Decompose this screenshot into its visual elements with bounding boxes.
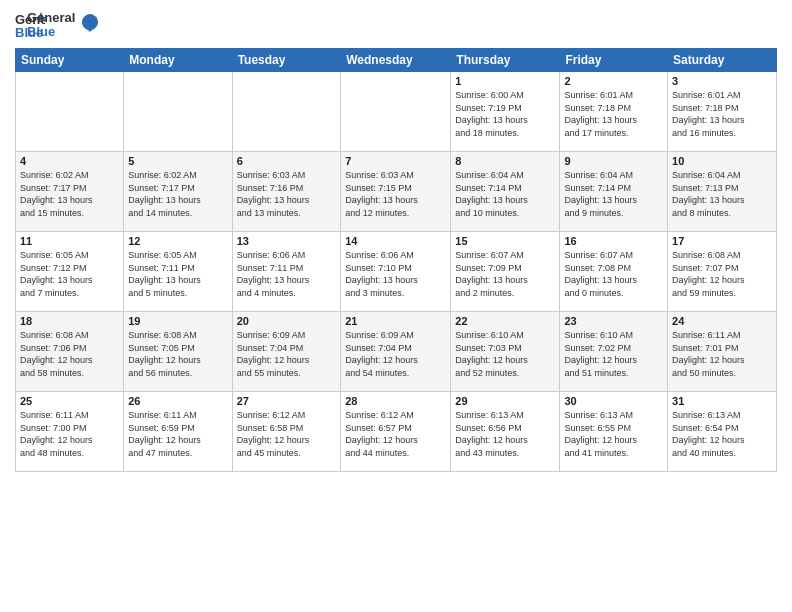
day-info: Sunrise: 6:10 AM Sunset: 7:03 PM Dayligh…: [455, 329, 555, 379]
day-info: Sunrise: 6:09 AM Sunset: 7:04 PM Dayligh…: [345, 329, 446, 379]
calendar-cell: 24Sunrise: 6:11 AM Sunset: 7:01 PM Dayli…: [668, 312, 777, 392]
calendar-cell: 11Sunrise: 6:05 AM Sunset: 7:12 PM Dayli…: [16, 232, 124, 312]
day-number: 11: [20, 235, 119, 247]
day-info: Sunrise: 6:12 AM Sunset: 6:58 PM Dayligh…: [237, 409, 337, 459]
calendar-cell: 3Sunrise: 6:01 AM Sunset: 7:18 PM Daylig…: [668, 72, 777, 152]
day-info: Sunrise: 6:11 AM Sunset: 7:01 PM Dayligh…: [672, 329, 772, 379]
day-number: 8: [455, 155, 555, 167]
day-number: 16: [564, 235, 663, 247]
calendar-cell: 26Sunrise: 6:11 AM Sunset: 6:59 PM Dayli…: [124, 392, 232, 472]
day-number: 27: [237, 395, 337, 407]
calendar-cell: 1Sunrise: 6:00 AM Sunset: 7:19 PM Daylig…: [451, 72, 560, 152]
calendar-cell: 12Sunrise: 6:05 AM Sunset: 7:11 PM Dayli…: [124, 232, 232, 312]
calendar-week-3: 11Sunrise: 6:05 AM Sunset: 7:12 PM Dayli…: [16, 232, 777, 312]
calendar-cell: 4Sunrise: 6:02 AM Sunset: 7:17 PM Daylig…: [16, 152, 124, 232]
day-number: 26: [128, 395, 227, 407]
day-info: Sunrise: 6:08 AM Sunset: 7:06 PM Dayligh…: [20, 329, 119, 379]
day-number: 4: [20, 155, 119, 167]
calendar-cell: 30Sunrise: 6:13 AM Sunset: 6:55 PM Dayli…: [560, 392, 668, 472]
weekday-header-tuesday: Tuesday: [232, 49, 341, 72]
logo: General Blue General Blue: [15, 10, 99, 40]
day-number: 20: [237, 315, 337, 327]
day-info: Sunrise: 6:08 AM Sunset: 7:05 PM Dayligh…: [128, 329, 227, 379]
calendar-cell: 19Sunrise: 6:08 AM Sunset: 7:05 PM Dayli…: [124, 312, 232, 392]
calendar-cell: 21Sunrise: 6:09 AM Sunset: 7:04 PM Dayli…: [341, 312, 451, 392]
day-info: Sunrise: 6:04 AM Sunset: 7:14 PM Dayligh…: [455, 169, 555, 219]
day-number: 23: [564, 315, 663, 327]
logo-general-text: General: [27, 11, 75, 25]
calendar-cell: 17Sunrise: 6:08 AM Sunset: 7:07 PM Dayli…: [668, 232, 777, 312]
calendar-cell: 25Sunrise: 6:11 AM Sunset: 7:00 PM Dayli…: [16, 392, 124, 472]
day-info: Sunrise: 6:02 AM Sunset: 7:17 PM Dayligh…: [20, 169, 119, 219]
day-info: Sunrise: 6:01 AM Sunset: 7:18 PM Dayligh…: [564, 89, 663, 139]
calendar-table: SundayMondayTuesdayWednesdayThursdayFrid…: [15, 48, 777, 472]
calendar-cell: [124, 72, 232, 152]
day-number: 18: [20, 315, 119, 327]
day-info: Sunrise: 6:05 AM Sunset: 7:11 PM Dayligh…: [128, 249, 227, 299]
calendar-week-4: 18Sunrise: 6:08 AM Sunset: 7:06 PM Dayli…: [16, 312, 777, 392]
day-number: 14: [345, 235, 446, 247]
day-info: Sunrise: 6:13 AM Sunset: 6:56 PM Dayligh…: [455, 409, 555, 459]
calendar-cell: 23Sunrise: 6:10 AM Sunset: 7:02 PM Dayli…: [560, 312, 668, 392]
day-number: 1: [455, 75, 555, 87]
day-number: 5: [128, 155, 227, 167]
weekday-header-thursday: Thursday: [451, 49, 560, 72]
day-info: Sunrise: 6:13 AM Sunset: 6:55 PM Dayligh…: [564, 409, 663, 459]
day-info: Sunrise: 6:01 AM Sunset: 7:18 PM Dayligh…: [672, 89, 772, 139]
day-number: 12: [128, 235, 227, 247]
day-info: Sunrise: 6:04 AM Sunset: 7:13 PM Dayligh…: [672, 169, 772, 219]
day-number: 9: [564, 155, 663, 167]
day-number: 28: [345, 395, 446, 407]
logo-blue-text: Blue: [27, 25, 75, 39]
day-number: 21: [345, 315, 446, 327]
calendar-cell: [341, 72, 451, 152]
page-header: General Blue General Blue: [15, 10, 777, 40]
calendar-cell: 14Sunrise: 6:06 AM Sunset: 7:10 PM Dayli…: [341, 232, 451, 312]
day-number: 19: [128, 315, 227, 327]
calendar-cell: 22Sunrise: 6:10 AM Sunset: 7:03 PM Dayli…: [451, 312, 560, 392]
day-info: Sunrise: 6:07 AM Sunset: 7:09 PM Dayligh…: [455, 249, 555, 299]
day-number: 17: [672, 235, 772, 247]
calendar-cell: 15Sunrise: 6:07 AM Sunset: 7:09 PM Dayli…: [451, 232, 560, 312]
day-info: Sunrise: 6:13 AM Sunset: 6:54 PM Dayligh…: [672, 409, 772, 459]
day-info: Sunrise: 6:10 AM Sunset: 7:02 PM Dayligh…: [564, 329, 663, 379]
logo-bird-icon: [81, 13, 99, 33]
day-info: Sunrise: 6:12 AM Sunset: 6:57 PM Dayligh…: [345, 409, 446, 459]
day-info: Sunrise: 6:04 AM Sunset: 7:14 PM Dayligh…: [564, 169, 663, 219]
day-number: 3: [672, 75, 772, 87]
calendar-cell: 16Sunrise: 6:07 AM Sunset: 7:08 PM Dayli…: [560, 232, 668, 312]
calendar-cell: 7Sunrise: 6:03 AM Sunset: 7:15 PM Daylig…: [341, 152, 451, 232]
day-number: 6: [237, 155, 337, 167]
calendar-cell: 27Sunrise: 6:12 AM Sunset: 6:58 PM Dayli…: [232, 392, 341, 472]
day-number: 22: [455, 315, 555, 327]
day-info: Sunrise: 6:00 AM Sunset: 7:19 PM Dayligh…: [455, 89, 555, 139]
weekday-header-monday: Monday: [124, 49, 232, 72]
calendar-cell: 6Sunrise: 6:03 AM Sunset: 7:16 PM Daylig…: [232, 152, 341, 232]
day-info: Sunrise: 6:03 AM Sunset: 7:15 PM Dayligh…: [345, 169, 446, 219]
day-info: Sunrise: 6:02 AM Sunset: 7:17 PM Dayligh…: [128, 169, 227, 219]
weekday-header-saturday: Saturday: [668, 49, 777, 72]
day-number: 25: [20, 395, 119, 407]
weekday-header-wednesday: Wednesday: [341, 49, 451, 72]
calendar-cell: 13Sunrise: 6:06 AM Sunset: 7:11 PM Dayli…: [232, 232, 341, 312]
day-info: Sunrise: 6:06 AM Sunset: 7:11 PM Dayligh…: [237, 249, 337, 299]
weekday-header-row: SundayMondayTuesdayWednesdayThursdayFrid…: [16, 49, 777, 72]
day-info: Sunrise: 6:11 AM Sunset: 7:00 PM Dayligh…: [20, 409, 119, 459]
day-info: Sunrise: 6:05 AM Sunset: 7:12 PM Dayligh…: [20, 249, 119, 299]
weekday-header-sunday: Sunday: [16, 49, 124, 72]
calendar-cell: 29Sunrise: 6:13 AM Sunset: 6:56 PM Dayli…: [451, 392, 560, 472]
day-number: 29: [455, 395, 555, 407]
day-info: Sunrise: 6:07 AM Sunset: 7:08 PM Dayligh…: [564, 249, 663, 299]
day-number: 24: [672, 315, 772, 327]
day-info: Sunrise: 6:03 AM Sunset: 7:16 PM Dayligh…: [237, 169, 337, 219]
calendar-week-1: 1Sunrise: 6:00 AM Sunset: 7:19 PM Daylig…: [16, 72, 777, 152]
day-number: 15: [455, 235, 555, 247]
calendar-cell: 8Sunrise: 6:04 AM Sunset: 7:14 PM Daylig…: [451, 152, 560, 232]
calendar-cell: 31Sunrise: 6:13 AM Sunset: 6:54 PM Dayli…: [668, 392, 777, 472]
calendar-cell: 10Sunrise: 6:04 AM Sunset: 7:13 PM Dayli…: [668, 152, 777, 232]
day-number: 10: [672, 155, 772, 167]
day-number: 2: [564, 75, 663, 87]
day-info: Sunrise: 6:06 AM Sunset: 7:10 PM Dayligh…: [345, 249, 446, 299]
day-number: 7: [345, 155, 446, 167]
day-number: 31: [672, 395, 772, 407]
